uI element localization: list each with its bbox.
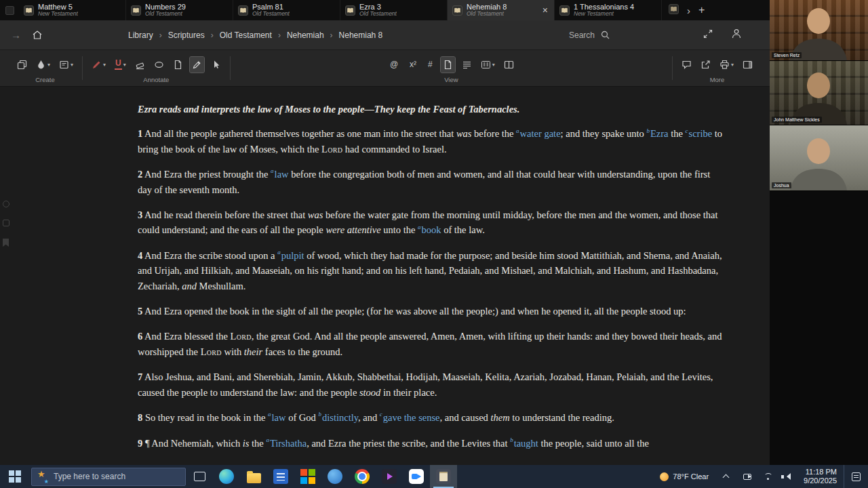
footnote-marker[interactable]: a <box>277 249 281 256</box>
weather-widget[interactable]: 78°F Clear <box>653 465 715 488</box>
crossref-link[interactable]: distinctly <box>322 412 358 423</box>
split-pane-button[interactable] <box>502 57 516 73</box>
taskbar-app-chrome[interactable] <box>349 465 376 488</box>
open-panel-button[interactable] <box>741 57 755 73</box>
taskbar-app-zoom[interactable] <box>403 465 430 488</box>
crossref-link[interactable]: Ezra <box>650 128 669 139</box>
tray-expand-icon[interactable] <box>723 474 730 481</box>
columns-button[interactable]: ▾ <box>479 57 497 73</box>
verse-text: with <box>222 346 244 357</box>
footnote-marker[interactable]: a <box>271 167 274 174</box>
text-flow-button[interactable] <box>460 57 474 73</box>
action-center-button[interactable] <box>844 465 868 488</box>
breadcrumb-item[interactable]: Nehemiah <box>287 30 324 40</box>
footnote-marker[interactable]: c <box>380 411 382 418</box>
tab-psalm-81[interactable]: Psalm 81Old Testament <box>233 0 340 20</box>
taskbar-app-teams[interactable] <box>321 465 349 488</box>
tab-numbers-29[interactable]: Numbers 29Old Testament <box>126 0 233 20</box>
crossref-link[interactable]: law <box>272 412 286 423</box>
media-player-icon <box>382 469 397 484</box>
forward-button[interactable]: → <box>11 29 21 41</box>
underline-button[interactable]: U ▾ <box>113 56 128 72</box>
visual-filters-button[interactable]: @ <box>387 58 401 71</box>
close-tab-icon[interactable]: × <box>541 5 549 15</box>
footnote-marker[interactable]: c <box>685 127 688 134</box>
search-button[interactable]: Search <box>569 30 610 40</box>
footnote-marker[interactable]: a <box>516 127 519 134</box>
volume-tray-icon[interactable] <box>781 473 790 481</box>
share-button[interactable] <box>698 57 713 73</box>
overflow-tab-book-icon[interactable] <box>669 4 679 17</box>
print-button[interactable]: ▾ <box>717 57 736 73</box>
home-button[interactable] <box>32 30 43 40</box>
crossref-link[interactable]: taught <box>514 438 538 449</box>
new-tab-button[interactable]: + <box>698 4 705 16</box>
new-note-button[interactable]: ▾ <box>57 57 75 73</box>
rail-notes-icon[interactable] <box>3 220 9 226</box>
taskbar-app-edge[interactable] <box>213 465 240 488</box>
tab-nehemiah-8[interactable]: Nehemiah 8Old Testament× <box>448 0 555 20</box>
tab-1-thessalonians-4[interactable]: 1 Thessalonians 4New Testament <box>555 0 662 20</box>
word-icon <box>273 469 288 484</box>
footnote-marker[interactable]: b <box>510 436 513 443</box>
taskbar-app-logos[interactable] <box>430 465 457 488</box>
camera-tray-icon[interactable] <box>743 474 751 480</box>
numbering-button[interactable]: # <box>425 58 436 71</box>
rail-clock-icon[interactable] <box>3 201 9 207</box>
video-tile[interactable]: John Matthew Sickles <box>770 61 868 125</box>
breadcrumb-item[interactable]: Scriptures <box>168 30 205 40</box>
bible-text[interactable]: Ezra reads and interprets the law of Mos… <box>138 102 724 461</box>
taskbar-app-file-explorer[interactable] <box>240 465 267 488</box>
taskbar-clock[interactable]: 11:18 PM 9/20/2025 <box>797 468 844 485</box>
taskbar-search-input[interactable]: ★ ★ Type here to search <box>31 468 186 486</box>
crossref-link[interactable]: scribe <box>688 128 712 139</box>
network-tray-icon[interactable] <box>763 473 772 481</box>
footnote-marker[interactable]: b <box>318 411 321 418</box>
shape-markup-button[interactable] <box>152 57 166 73</box>
verse-text: And Ezra the scribe stood upon a <box>144 250 277 261</box>
tab-ezra-3[interactable]: Ezra 3Old Testament <box>340 0 448 20</box>
crossref-link[interactable]: water gate <box>520 128 561 139</box>
eraser-button[interactable] <box>133 57 147 73</box>
start-button[interactable] <box>0 465 30 488</box>
edit-mode-button[interactable] <box>190 57 204 73</box>
rail-bookmark-icon[interactable] <box>3 239 9 247</box>
highlighter-button[interactable]: ▾ <box>90 57 108 73</box>
crossref-link[interactable]: Tirshatha <box>270 438 307 449</box>
crossref-link[interactable]: gave the sense <box>383 412 440 423</box>
clock-time: 11:18 PM <box>804 468 837 476</box>
breadcrumb-item[interactable]: Library <box>128 30 153 40</box>
taskbar-app-media-player[interactable] <box>376 465 403 488</box>
crossref-link[interactable]: law <box>275 169 289 180</box>
footnote-marker[interactable]: a <box>266 436 269 443</box>
verse-text: faces to the ground. <box>262 346 342 357</box>
pointer-mode-button[interactable] <box>209 57 223 73</box>
tab-overflow: › + <box>662 0 711 20</box>
participant-name: Joshua <box>772 182 791 188</box>
maximize-panel-button[interactable] <box>703 29 713 41</box>
crossref-link[interactable]: pulpit <box>281 250 304 261</box>
footnote-marker[interactable]: b <box>646 127 650 134</box>
visual-copy-button[interactable]: ▾ <box>34 57 52 73</box>
taskbar-app-task-view[interactable] <box>186 465 213 488</box>
taskbar-app-word[interactable] <box>267 465 294 488</box>
video-tile[interactable]: Steven Retz <box>770 0 868 61</box>
send-feedback-button[interactable] <box>679 57 694 73</box>
footnote-marker[interactable]: a <box>268 411 271 418</box>
oval-icon <box>154 60 164 70</box>
superscripts-button[interactable]: x² <box>406 58 420 71</box>
app-menu-button[interactable] <box>0 0 19 20</box>
page-view-button[interactable] <box>441 57 455 73</box>
tab-scroll-next-button[interactable]: › <box>687 5 690 16</box>
footnote-marker[interactable]: a <box>418 224 421 230</box>
verse-text: the <box>249 438 266 449</box>
note-page-button[interactable] <box>171 57 185 73</box>
account-button[interactable] <box>732 28 741 41</box>
crossref-link[interactable]: book <box>422 224 441 235</box>
breadcrumb-item[interactable]: Old Testament <box>220 30 272 40</box>
breadcrumb-item[interactable]: Nehemiah 8 <box>339 30 383 40</box>
taskbar-app-ms-apps[interactable] <box>294 465 321 488</box>
tab-matthew-5[interactable]: Matthew 5New Testament <box>19 0 126 20</box>
video-tile[interactable]: Joshua <box>770 125 868 191</box>
copy-passage-button[interactable] <box>15 57 29 73</box>
